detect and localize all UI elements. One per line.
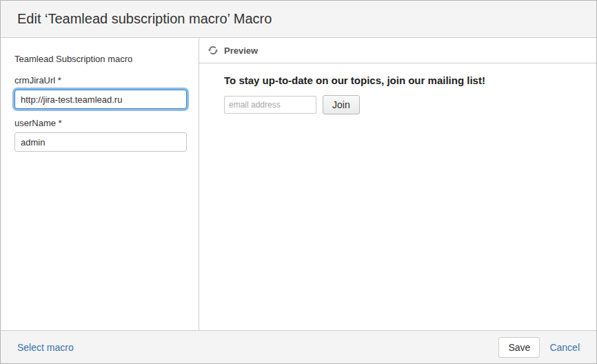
crmjiraurl-label: crmJiraUrl * [14,75,185,85]
subscription-heading: To stay up-to-date on our topics, join o… [224,74,580,86]
join-row: Join [224,95,580,114]
dialog-footer: Select macro Save Cancel [1,330,596,363]
username-label: userName * [14,118,185,128]
cancel-link[interactable]: Cancel [549,342,580,353]
dialog-body: Teamlead Subscription macro crmJiraUrl *… [1,38,596,330]
preview-title: Preview [224,46,258,56]
username-input[interactable] [14,132,187,152]
macro-name-heading: Teamlead Subscription macro [14,54,185,64]
preview-header: Preview [199,38,596,63]
dialog-title: Edit ‘Teamlead subscription macro’ Macro [17,11,272,27]
dialog-header: Edit ‘Teamlead subscription macro’ Macro [1,1,596,38]
preview-panel: Preview To stay up-to-date on our topics… [199,38,596,330]
field-crmjiraurl: crmJiraUrl * [14,75,185,109]
crmjiraurl-input[interactable] [14,90,187,109]
join-button[interactable]: Join [323,95,360,114]
email-input[interactable] [224,96,316,114]
field-username: userName * [14,118,185,152]
preview-content: To stay up-to-date on our topics, join o… [199,63,596,114]
macro-edit-dialog: Edit ‘Teamlead subscription macro’ Macro… [0,0,597,364]
footer-actions: Save Cancel [498,337,580,358]
refresh-icon[interactable] [208,45,219,56]
macro-params-panel: Teamlead Subscription macro crmJiraUrl *… [1,38,199,330]
select-macro-link[interactable]: Select macro [17,342,74,353]
save-button[interactable]: Save [498,337,540,358]
